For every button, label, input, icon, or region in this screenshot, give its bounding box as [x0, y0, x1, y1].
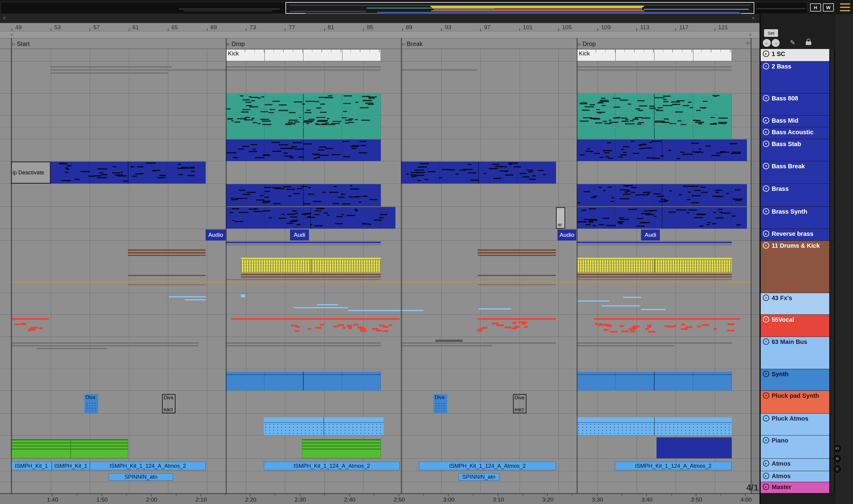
track-header-master[interactable]: ▸Master [761, 482, 829, 493]
group-icon[interactable]: ≡ [763, 316, 769, 323]
clip-navy-notes[interactable] [577, 139, 747, 161]
clip-teal-plain[interactable] [226, 127, 381, 139]
fold-icon[interactable]: ▾ [763, 392, 769, 399]
track-lane-bass-acoustic[interactable] [0, 127, 760, 139]
track-header-reverse-brass[interactable]: ▸Reverse brass [761, 229, 829, 241]
clip-synth[interactable] [577, 372, 732, 391]
scrub-area[interactable]: ▹ ◃ [0, 31, 760, 38]
clip-navy-plain[interactable] [657, 437, 732, 458]
clip-ismph-kit-1-124-a-atmos-2[interactable]: ISMPH_Kit_1_124_A_Atmos_2 [264, 462, 400, 470]
clip-navy-notes[interactable] [226, 184, 381, 206]
track-lane-atmos[interactable]: ISMPH_Kit_1ISMPH_Kit_1ISMPH_Kit_1_124_A_… [0, 458, 760, 471]
track-header-brass[interactable]: ▾Brass [761, 184, 829, 206]
track-header-atmos[interactable]: ▸Atmos [761, 458, 829, 471]
clip-audio[interactable]: Audio [206, 230, 226, 240]
clip-kick[interactable]: Kick [226, 49, 381, 61]
clip-navy-notes[interactable] [577, 207, 747, 229]
track-lane-63-main-bus[interactable] [0, 337, 760, 369]
group-icon[interactable]: ≡ [763, 242, 769, 249]
track-lane-pluck-atmos[interactable] [0, 414, 760, 435]
fold-icon[interactable]: ▾ [763, 437, 769, 444]
track-lane-brass-synth[interactable]: ac [0, 206, 760, 229]
track-lane-piano[interactable] [0, 435, 760, 458]
play-icon[interactable]: ▸ [763, 230, 769, 237]
toggle-badge-d[interactable]: D [833, 465, 842, 473]
w-button[interactable]: W [823, 3, 834, 12]
track-lane-43-fx-s[interactable] [0, 293, 760, 315]
clip-diva[interactable]: Divaeact [513, 394, 526, 413]
time-ruler[interactable]: 1:401:502:002:102:202:302:402:503:003:10… [0, 493, 760, 504]
clip-dots[interactable] [577, 417, 732, 435]
scroll-left-icon[interactable]: < [3, 16, 6, 21]
group-icon[interactable]: ≡ [763, 294, 769, 301]
play-icon[interactable]: ▸ [763, 460, 769, 467]
track-header-bass-stab[interactable]: ▾Bass Stab [761, 139, 829, 161]
track-header-11-drums-kick[interactable]: ≡11 Drums & Kick [761, 241, 829, 293]
track-header-brass-synth[interactable]: ▾Brass Synth [761, 206, 829, 229]
next-marker-button[interactable]: → [772, 39, 780, 47]
track-header-63-main-bus[interactable]: ≡63 Main Bus [761, 337, 829, 369]
track-lane-pluck-pad-synth[interactable]: DivaDivaeactDivaDivaeact [0, 391, 760, 414]
clip-ip-deactivate[interactable]: ip Deactivate [11, 162, 51, 183]
locator-row[interactable]: ▷Start▷Drop▷Break▷Drop▷ [0, 38, 760, 49]
clip-teal-plain[interactable] [577, 127, 732, 139]
clip-diva[interactable]: Diva [84, 394, 98, 413]
clip-ac[interactable]: ac [556, 207, 565, 229]
pencil-icon[interactable]: ✎ [790, 39, 796, 46]
clip-navy-notes[interactable] [577, 184, 747, 206]
track-header-piano[interactable]: ▾Piano [761, 435, 829, 458]
track-header-43-fx-s[interactable]: ≡43 Fx's [761, 293, 829, 315]
clip-navy-notes[interactable] [226, 207, 396, 229]
play-icon[interactable]: ▸ [763, 129, 769, 135]
track-lane-55vocal[interactable] [0, 315, 760, 337]
clip-diva[interactable]: Diva [434, 394, 447, 413]
clip-teal-notes[interactable] [577, 116, 732, 127]
locator-drop[interactable]: ▷Drop [578, 40, 596, 48]
arrangement-overview[interactable] [1, 2, 807, 14]
clip-green[interactable] [11, 439, 71, 458]
loop-end-marker-icon[interactable]: ◃ [749, 32, 751, 37]
arrangement-end-marker[interactable]: ▷ [747, 40, 750, 45]
group-icon[interactable]: ≡ [763, 63, 769, 69]
loop-start-marker-icon[interactable]: ▹ [11, 32, 13, 37]
track-lane-reverse-brass[interactable]: AudioAudiAudioAudi [0, 229, 760, 241]
set-button[interactable]: Set [764, 29, 778, 37]
toggle-badge-m[interactable]: M [833, 454, 842, 463]
scroll-right-icon[interactable]: > [752, 16, 754, 21]
track-lane-2-bass[interactable] [0, 61, 760, 93]
track-header-55vocal[interactable]: ≡55Vocal [761, 315, 829, 337]
toggle-badge-io[interactable]: IO [833, 444, 842, 453]
clip-spinnin-atn[interactable]: SPINNIN_atn [458, 473, 499, 481]
lock-icon[interactable] [806, 39, 811, 45]
play-icon[interactable]: ▸ [763, 473, 769, 479]
clip-teal-notes[interactable] [226, 116, 381, 127]
track-header-bass-808[interactable]: ▾Bass 808 [761, 93, 829, 116]
track-lane-master[interactable] [0, 482, 760, 493]
track-lane-brass[interactable] [0, 184, 760, 206]
clip-ismph-kit-1[interactable]: ISMPH_Kit_1 [11, 462, 52, 470]
beat-ruler[interactable]: 4953576165697377818589939710110510911311… [0, 23, 760, 31]
clip-spinnin-atn[interactable]: SPINNIN_atn [109, 473, 173, 481]
play-icon[interactable]: ▸ [763, 51, 769, 57]
track-header-atmos[interactable]: ▸Atmos [761, 471, 829, 482]
fold-icon[interactable]: ▾ [763, 95, 769, 101]
locator-break[interactable]: ▷Break [402, 40, 422, 48]
menu-icon[interactable] [840, 3, 850, 11]
clip-navy-notes[interactable] [226, 139, 381, 161]
track-lane-bass-mid[interactable] [0, 116, 760, 127]
clip-ismph-kit-1[interactable]: ISMPH_Kit_1 [52, 462, 90, 470]
track-lane-11-drums-kick[interactable] [0, 241, 760, 293]
clip-synth[interactable] [226, 372, 381, 391]
clip-dots[interactable] [264, 417, 384, 435]
group-icon[interactable]: ≡ [763, 339, 769, 345]
fold-icon[interactable]: ▾ [763, 208, 769, 215]
track-lane-bass-808[interactable] [0, 93, 760, 116]
fold-icon[interactable]: ▾ [763, 163, 769, 169]
track-header-1-sc[interactable]: ▸1 SC [761, 49, 829, 61]
track-lane-bass-stab[interactable] [0, 139, 760, 161]
locator-start[interactable]: ▷Start [12, 40, 30, 48]
fold-icon[interactable]: ▾ [763, 415, 769, 421]
locator-drop[interactable]: ▷Drop [227, 40, 245, 48]
fold-icon[interactable]: ▾ [763, 185, 769, 192]
track-header-synth[interactable]: ▾Synth [761, 369, 829, 391]
